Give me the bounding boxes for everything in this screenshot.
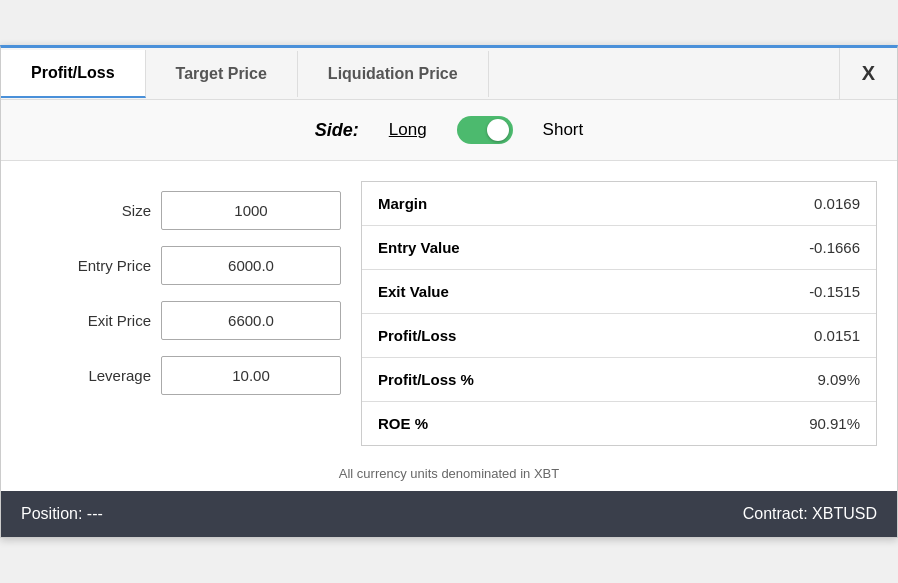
calculator-container: Profit/Loss Target Price Liquidation Pri… [0,45,898,538]
result-label-0: Margin [362,182,674,226]
entry-price-row: Entry Price [21,246,341,285]
result-label-4: Profit/Loss % [362,358,674,402]
results-row: Profit/Loss % 9.09% [362,358,876,402]
tab-bar: Profit/Loss Target Price Liquidation Pri… [1,48,897,100]
leverage-row: Leverage [21,356,341,395]
size-row: Size [21,191,341,230]
results-row: ROE % 90.91% [362,402,876,446]
result-value-5: 90.91% [674,402,876,446]
result-value-0: 0.0169 [674,182,876,226]
result-value-2: -0.1515 [674,270,876,314]
close-button[interactable]: X [839,48,897,99]
currency-note: All currency units denominated in XBT [1,456,897,481]
size-input[interactable] [161,191,341,230]
toggle-thumb [487,119,509,141]
leverage-label: Leverage [61,367,151,384]
toggle-track[interactable] [457,116,513,144]
exit-price-row: Exit Price [21,301,341,340]
results-section: Margin 0.0169 Entry Value -0.1666 Exit V… [361,181,877,446]
result-value-1: -0.1666 [674,226,876,270]
footer-position: Position: --- [21,505,103,523]
result-label-1: Entry Value [362,226,674,270]
result-value-3: 0.0151 [674,314,876,358]
side-row: Side: Long Short [1,100,897,161]
leverage-input[interactable] [161,356,341,395]
result-value-4: 9.09% [674,358,876,402]
results-row: Entry Value -0.1666 [362,226,876,270]
form-section: Size Entry Price Exit Price Leverage [21,181,341,446]
results-row: Margin 0.0169 [362,182,876,226]
tab-liquidation-price[interactable]: Liquidation Price [298,51,489,97]
exit-price-input[interactable] [161,301,341,340]
entry-price-input[interactable] [161,246,341,285]
exit-price-label: Exit Price [61,312,151,329]
tab-target-price[interactable]: Target Price [146,51,298,97]
result-label-3: Profit/Loss [362,314,674,358]
result-label-5: ROE % [362,402,674,446]
side-long-button[interactable]: Long [389,120,427,140]
tab-profit-loss[interactable]: Profit/Loss [1,50,146,98]
side-label: Side: [315,120,359,141]
main-content: Size Entry Price Exit Price Leverage Mar… [1,161,897,456]
result-label-2: Exit Value [362,270,674,314]
side-short-button[interactable]: Short [543,120,584,140]
results-row: Exit Value -0.1515 [362,270,876,314]
side-toggle[interactable] [457,116,513,144]
footer: Position: --- Contract: XBTUSD [1,491,897,537]
footer-contract: Contract: XBTUSD [743,505,877,523]
results-row: Profit/Loss 0.0151 [362,314,876,358]
entry-price-label: Entry Price [61,257,151,274]
results-table: Margin 0.0169 Entry Value -0.1666 Exit V… [362,182,876,445]
size-label: Size [61,202,151,219]
